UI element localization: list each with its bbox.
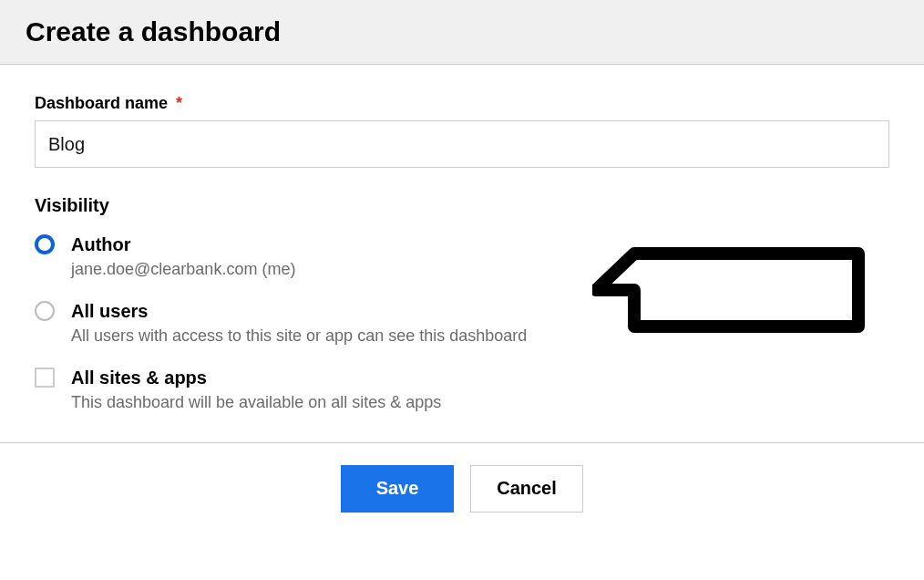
radio-icon xyxy=(35,301,55,321)
checkbox-title: All sites & apps xyxy=(71,366,441,389)
radio-icon xyxy=(35,234,55,254)
cancel-button[interactable]: Cancel xyxy=(470,465,583,513)
radio-desc: jane.doe@clearbank.com (me) xyxy=(71,258,295,281)
required-indicator: * xyxy=(176,94,182,112)
dashboard-name-label-text: Dashboard name xyxy=(35,94,168,112)
checkbox-desc: This dashboard will be available on all … xyxy=(71,391,441,414)
radio-title: Author xyxy=(71,233,295,256)
dashboard-name-label: Dashboard name * xyxy=(35,94,889,113)
visibility-radio-group: Author jane.doe@clearbank.com (me) All u… xyxy=(35,233,889,347)
visibility-section-label: Visibility xyxy=(35,195,889,216)
visibility-option-all-users[interactable]: All users All users with access to this … xyxy=(35,299,889,347)
save-button[interactable]: Save xyxy=(341,465,454,513)
checkbox-icon xyxy=(35,368,55,388)
form-body: Dashboard name * Visibility Author jane.… xyxy=(0,65,924,442)
radio-text: Author jane.doe@clearbank.com (me) xyxy=(71,233,295,281)
radio-text: All users All users with access to this … xyxy=(71,299,527,347)
radio-desc: All users with access to this site or ap… xyxy=(71,325,527,347)
visibility-option-author[interactable]: Author jane.doe@clearbank.com (me) xyxy=(35,233,889,281)
dialog-footer: Save Cancel xyxy=(0,442,924,534)
dashboard-name-input[interactable] xyxy=(35,120,889,168)
all-sites-checkbox-row[interactable]: All sites & apps This dashboard will be … xyxy=(35,366,889,414)
radio-title: All users xyxy=(71,299,527,323)
dialog-header: Create a dashboard xyxy=(0,0,924,65)
dialog-title: Create a dashboard xyxy=(26,16,898,47)
checkbox-text: All sites & apps This dashboard will be … xyxy=(71,366,441,414)
